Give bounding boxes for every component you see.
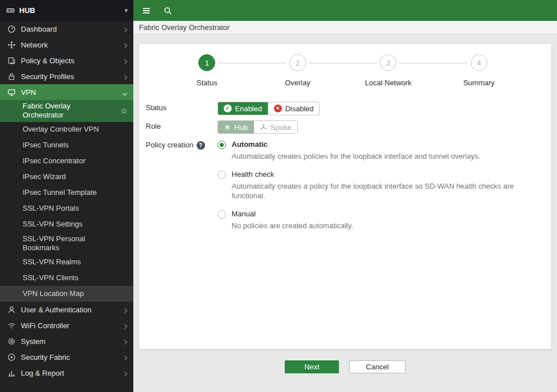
sidebar-item-ssl-vpn-clients[interactable]: SSL-VPN Clients: [0, 270, 133, 286]
wifi-controller-icon: [7, 321, 16, 330]
topbar: [133, 0, 557, 21]
policy-option-manual[interactable]: Manual No policies are created automatic…: [217, 210, 548, 231]
step-number: 2: [289, 54, 306, 71]
gear-icon: [7, 337, 16, 346]
role-spoke-button: Spoke: [254, 121, 297, 133]
breadcrumb: Fabric Overlay Orchestrator: [133, 21, 557, 34]
policy-option-desc: Automatically creates a policy for the l…: [232, 181, 548, 201]
sidebar-item-vpn[interactable]: VPN: [0, 84, 133, 100]
sidebar-item-overlay-controller-vpn[interactable]: Overlay Controller VPN: [0, 122, 133, 138]
chevron-right-icon: [123, 59, 127, 63]
next-button[interactable]: Next: [285, 360, 339, 373]
radio-health-check[interactable]: [217, 171, 226, 179]
status-toggle: ✓ Enabled × Disabled: [217, 102, 320, 115]
sidebar-item-label: Dashboard: [21, 25, 57, 33]
sidebar-item-ssl-vpn-portals[interactable]: SSL-VPN Portals: [0, 201, 133, 217]
sidebar-item-label: SSL-VPN Clients: [23, 273, 79, 282]
step-label: Status: [197, 79, 217, 87]
content-area: 1 Status 2 Overlay 3 Local Network 4 Sum…: [133, 34, 557, 392]
policy-option-label: Automatic: [232, 140, 480, 149]
sidebar-item-vpn-location-map[interactable]: VPN Location Map: [0, 286, 133, 302]
chevron-down-icon: ▾: [124, 7, 128, 14]
spoke-role-icon: [260, 124, 267, 131]
sidebar-item-policy-objects[interactable]: Policy & Objects: [0, 53, 133, 68]
hamburger-menu-icon[interactable]: [142, 6, 151, 15]
sidebar-item-system[interactable]: System: [0, 333, 133, 349]
sidebar-item-label: Log & Report: [21, 369, 64, 377]
security-fabric-icon: [7, 353, 16, 361]
sidebar-item-security-profiles[interactable]: Security Profiles: [0, 68, 133, 84]
step-number: 3: [380, 54, 397, 71]
policy-option-desc: No policies are created automatically.: [232, 221, 353, 231]
sidebar-item-label: SSL-VPN Realms: [23, 258, 81, 267]
sidebar-item-dashboard[interactable]: Dashboard: [0, 21, 133, 37]
role-hub-label: Hub: [234, 123, 248, 132]
status-label: Status: [146, 102, 217, 115]
step-label: Local Network: [365, 79, 411, 87]
sidebar-item-log-report[interactable]: Log & Report: [0, 365, 133, 381]
favorite-star-icon[interactable]: ☆: [120, 106, 128, 116]
chevron-right-icon: [123, 324, 127, 328]
org-selector[interactable]: HUB ▾: [0, 0, 133, 21]
wizard-stepper: 1 Status 2 Overlay 3 Local Network 4 Sum…: [139, 54, 551, 87]
status-enabled-button[interactable]: ✓ Enabled: [218, 102, 268, 115]
sidebar-item-ipsec-tunnel-template[interactable]: IPsec Tunnel Template: [0, 185, 133, 201]
chevron-right-icon: [123, 355, 127, 360]
wizard-form: Status ✓ Enabled × Disabled: [139, 102, 551, 239]
sidebar-item-label: SSL-VPN Settings: [23, 220, 82, 229]
radio-automatic[interactable]: [217, 141, 226, 149]
chevron-right-icon: [123, 308, 127, 312]
status-disabled-label: Disabled: [285, 104, 314, 113]
cancel-button[interactable]: Cancel: [349, 360, 406, 373]
role-hub-button: Hub: [218, 121, 254, 133]
search-icon[interactable]: [163, 6, 172, 15]
sidebar-item-label: Overlay Controller VPN: [23, 125, 99, 134]
status-row: Status ✓ Enabled × Disabled: [146, 102, 551, 115]
sidebar: HUB ▾ Dashboard Network: [0, 0, 133, 392]
chevron-right-icon: [123, 43, 127, 47]
role-label: Role: [146, 120, 217, 134]
step-label: Summary: [463, 79, 495, 87]
sidebar-item-label: User & Authentication: [21, 306, 92, 314]
dashboard-icon: [7, 25, 16, 33]
policy-option-desc: Automatically creates policies for the l…: [232, 151, 480, 162]
security-profiles-icon: [7, 72, 16, 81]
sidebar-item-label: VPN Location Map: [23, 289, 84, 298]
sidebar-item-ipsec-concentrator[interactable]: IPsec Concentrator: [0, 154, 133, 169]
policy-option-automatic[interactable]: Automatic Automatically creates policies…: [217, 140, 548, 162]
sidebar-item-label: Fabric Overlay Orchestrator: [23, 102, 113, 120]
help-icon[interactable]: ?: [197, 141, 205, 150]
sidebar-item-label: IPsec Tunnel Template: [23, 188, 97, 197]
sidebar-item-fabric-overlay-orchestrator[interactable]: Fabric Overlay Orchestrator ☆: [0, 100, 133, 122]
role-row: Role Hub: [146, 120, 551, 134]
role-spoke-label: Spoke: [271, 123, 291, 132]
sidebar-item-label: IPsec Wizard: [23, 172, 66, 181]
sidebar-item-network[interactable]: Network: [0, 37, 133, 53]
sidebar-item-label: SSL-VPN Portals: [23, 204, 79, 213]
user-authentication-icon: [7, 306, 16, 314]
policy-options: Automatic Automatically creates policies…: [217, 139, 548, 239]
sidebar-item-ssl-vpn-settings[interactable]: SSL-VPN Settings: [0, 217, 133, 233]
check-circle-icon: ✓: [224, 104, 232, 112]
step-overlay: 2 Overlay: [253, 54, 343, 87]
sidebar-item-wifi-controller[interactable]: WiFi Controller: [0, 317, 133, 333]
radio-manual[interactable]: [217, 210, 226, 219]
org-label: HUB: [19, 6, 35, 15]
chevron-right-icon: [123, 339, 127, 344]
log-report-icon: [7, 369, 16, 377]
policy-objects-icon: [7, 56, 16, 65]
status-disabled-button[interactable]: × Disabled: [268, 102, 320, 115]
sidebar-item-security-fabric[interactable]: Security Fabric: [0, 349, 133, 365]
sidebar-item-ipsec-tunnels[interactable]: IPsec Tunnels: [0, 138, 133, 154]
policy-option-health-check[interactable]: Health check Automatically creates a pol…: [217, 170, 548, 201]
role-toggle: Hub Spoke: [217, 120, 298, 134]
sidebar-item-ipsec-wizard[interactable]: IPsec Wizard: [0, 169, 133, 185]
sidebar-item-label: Security Profiles: [21, 72, 74, 81]
sidebar-item-user-authentication[interactable]: User & Authentication: [0, 302, 133, 317]
step-number: 4: [471, 54, 488, 71]
sidebar-item-label: System: [21, 337, 45, 346]
sidebar-item-ssl-vpn-personal-bookmarks[interactable]: SSL-VPN Personal Bookmarks: [0, 233, 133, 255]
sidebar-item-ssl-vpn-realms[interactable]: SSL-VPN Realms: [0, 254, 133, 270]
wizard-card: 1 Status 2 Overlay 3 Local Network 4 Sum…: [139, 44, 551, 349]
hub-role-icon: [224, 124, 231, 131]
